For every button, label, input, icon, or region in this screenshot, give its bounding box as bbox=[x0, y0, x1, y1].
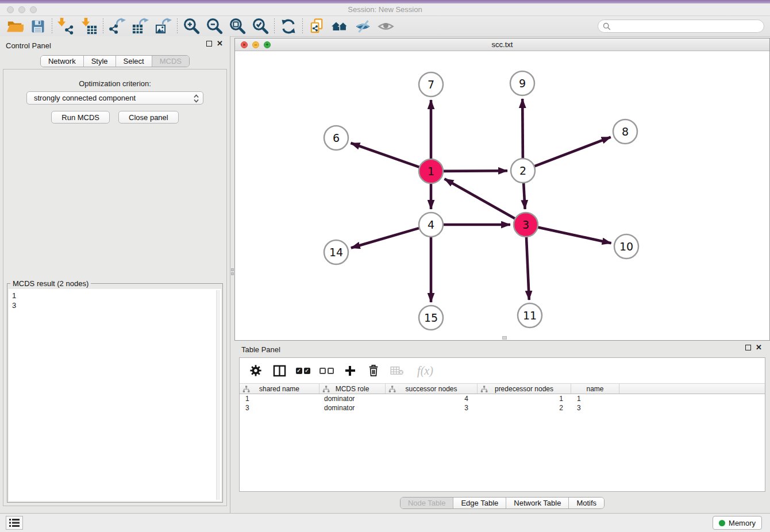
show-all-button[interactable] bbox=[374, 17, 397, 36]
export-image-button[interactable] bbox=[152, 17, 175, 36]
graph-node-4[interactable]: 4 bbox=[419, 213, 443, 237]
open-session-button[interactable] bbox=[3, 17, 26, 36]
criterion-dropdown[interactable]: strongly connected component bbox=[26, 91, 203, 105]
cell-shared-name[interactable]: 1 bbox=[240, 394, 319, 403]
refresh-icon bbox=[280, 18, 297, 35]
column-header-predecessor-nodes[interactable]: predecessor nodes bbox=[478, 384, 571, 394]
import-table-button[interactable] bbox=[78, 17, 101, 36]
close-table-panel-button[interactable]: ✕ bbox=[756, 345, 762, 350]
deselect-all-button[interactable] bbox=[318, 362, 334, 379]
network-graph[interactable]: 1234678910111415 bbox=[235, 51, 769, 340]
graph-node-10[interactable]: 10 bbox=[614, 234, 638, 259]
network-canvas[interactable]: 1234678910111415 bbox=[235, 51, 769, 340]
cell-successor-nodes[interactable]: 4 bbox=[386, 394, 478, 403]
graph-node-11[interactable]: 11 bbox=[518, 303, 542, 327]
edge-2-9[interactable] bbox=[522, 99, 523, 159]
add-column-button[interactable] bbox=[342, 362, 358, 379]
delete-table-button[interactable] bbox=[389, 362, 405, 379]
network-window-titlebar[interactable]: × − + scc.txt bbox=[235, 38, 769, 51]
edge-1-6[interactable] bbox=[351, 143, 421, 167]
result-scrollbar[interactable] bbox=[216, 290, 220, 500]
graph-node-15[interactable]: 15 bbox=[419, 306, 443, 330]
column-header-shared-name[interactable]: shared name bbox=[240, 384, 319, 394]
graph-node-9[interactable]: 9 bbox=[510, 71, 534, 95]
zoom-fit-button[interactable] bbox=[226, 17, 249, 36]
graph-node-2[interactable]: 2 bbox=[511, 159, 535, 183]
hide-selected-button[interactable] bbox=[351, 17, 374, 36]
run-mcds-button[interactable]: Run MCDS bbox=[51, 111, 110, 124]
memory-button[interactable]: Memory bbox=[713, 516, 762, 530]
edge-2-3[interactable] bbox=[523, 182, 525, 209]
table-row[interactable]: 3 dominator 3 2 3 bbox=[240, 403, 765, 413]
zoom-selected-button[interactable] bbox=[249, 17, 272, 36]
graph-node-3[interactable]: 3 bbox=[514, 213, 538, 237]
table-header-row: shared name MCDS role successor nodes bbox=[240, 383, 765, 394]
close-panel-button-inner[interactable]: Close panel bbox=[118, 111, 179, 124]
cell-name[interactable]: 3 bbox=[571, 403, 619, 413]
refresh-view-button[interactable] bbox=[277, 17, 300, 36]
cell-predecessor-nodes[interactable]: 1 bbox=[478, 394, 571, 403]
cell-predecessor-nodes[interactable]: 2 bbox=[478, 403, 571, 413]
tab-style[interactable]: Style bbox=[84, 56, 116, 67]
tab-node-table[interactable]: Node Table bbox=[401, 498, 454, 508]
function-builder-button[interactable]: f(x) bbox=[413, 362, 438, 379]
new-network-from-selection-button[interactable] bbox=[305, 17, 328, 36]
export-arrow-icon bbox=[139, 18, 149, 26]
graph-node-14[interactable]: 14 bbox=[324, 240, 348, 264]
bottom-splitter-grip[interactable] bbox=[502, 336, 507, 340]
edge-3-10[interactable] bbox=[537, 227, 611, 243]
edge-1-2[interactable] bbox=[442, 171, 507, 171]
tab-select[interactable]: Select bbox=[116, 56, 152, 67]
table-settings-button[interactable] bbox=[248, 362, 264, 379]
export-network-button[interactable] bbox=[106, 17, 129, 36]
zoom-in-button[interactable] bbox=[180, 17, 203, 36]
search-input[interactable] bbox=[611, 22, 759, 30]
tab-network-table[interactable]: Network Table bbox=[506, 498, 569, 508]
edge-2-8[interactable] bbox=[534, 137, 611, 167]
graph-node-8[interactable]: 8 bbox=[613, 119, 637, 144]
graph-node-6[interactable]: 6 bbox=[324, 126, 348, 150]
cell-mcds-role[interactable]: dominator bbox=[319, 394, 386, 403]
split-panel-button[interactable] bbox=[271, 362, 287, 379]
first-neighbors-button[interactable] bbox=[328, 17, 351, 36]
tab-edge-table[interactable]: Edge Table bbox=[453, 498, 506, 508]
svg-text:15: 15 bbox=[424, 311, 438, 324]
edge-3-11[interactable] bbox=[526, 236, 529, 300]
cell-name[interactable]: 1 bbox=[571, 394, 619, 403]
float-panel-button[interactable] bbox=[206, 41, 212, 47]
cell-shared-name[interactable]: 3 bbox=[240, 403, 319, 413]
network-window-title: scc.txt bbox=[235, 40, 769, 49]
edge-3-1[interactable] bbox=[445, 179, 516, 219]
column-label: successor nodes bbox=[405, 385, 457, 393]
table-toolbar: ✓ ✓ bbox=[240, 358, 765, 383]
delete-column-button[interactable] bbox=[365, 362, 382, 379]
cell-mcds-role[interactable]: dominator bbox=[319, 403, 386, 413]
save-session-button[interactable] bbox=[26, 17, 49, 36]
column-label: MCDS role bbox=[336, 385, 369, 393]
column-header-mcds-role[interactable]: MCDS role bbox=[319, 384, 386, 394]
edge-4-14[interactable] bbox=[351, 228, 420, 248]
tab-network[interactable]: Network bbox=[41, 56, 84, 67]
select-all-button[interactable]: ✓ ✓ bbox=[295, 362, 311, 379]
close-panel-button[interactable]: ✕ bbox=[217, 41, 223, 47]
column-header-name[interactable]: name bbox=[571, 384, 619, 394]
control-panel-tabs: Network Style Select MCDS bbox=[40, 55, 190, 67]
import-network-button[interactable] bbox=[55, 17, 78, 36]
export-table-button[interactable] bbox=[129, 17, 152, 36]
column-header-successor-nodes[interactable]: successor nodes bbox=[386, 384, 478, 394]
search-field[interactable] bbox=[598, 20, 764, 33]
float-table-panel-button[interactable] bbox=[745, 345, 751, 350]
svg-text:11: 11 bbox=[523, 309, 537, 322]
tab-motifs[interactable]: Motifs bbox=[569, 498, 604, 508]
zoom-out-button[interactable] bbox=[203, 17, 226, 36]
trash-icon bbox=[368, 364, 379, 377]
graph-node-1[interactable]: 1 bbox=[419, 159, 443, 183]
window-title: Session: New Session bbox=[0, 5, 770, 14]
task-history-button[interactable] bbox=[6, 516, 23, 530]
node-table-container: ✓ ✓ bbox=[239, 357, 765, 492]
tab-mcds[interactable]: MCDS bbox=[152, 56, 189, 67]
table-row[interactable]: 1 dominator 4 1 1 bbox=[240, 394, 765, 403]
cell-successor-nodes[interactable]: 3 bbox=[386, 403, 478, 413]
application-window: Session: New Session bbox=[0, 0, 770, 532]
graph-node-7[interactable]: 7 bbox=[419, 72, 443, 97]
